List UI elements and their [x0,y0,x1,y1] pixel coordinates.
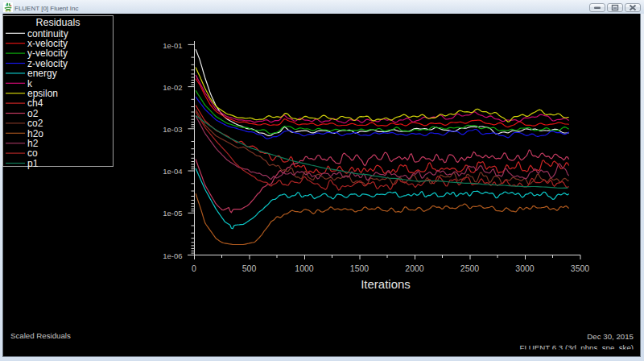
svg-text:Iterations: Iterations [361,277,411,291]
svg-text:3500: 3500 [571,263,590,273]
svg-text:p1: p1 [27,158,39,169]
svg-text:FLUENT 6.3 (3d, pbns, spe, ske: FLUENT 6.3 (3d, pbns, spe, ske) [520,343,634,352]
svg-text:1e-01: 1e-01 [163,41,182,50]
svg-text:1e-05: 1e-05 [163,209,182,218]
svg-text:1e-04: 1e-04 [163,167,182,176]
svg-text:1e-06: 1e-06 [163,251,182,260]
svg-text:2000: 2000 [405,263,424,273]
svg-text:0: 0 [192,263,196,273]
svg-text:Scaled Residuals: Scaled Residuals [10,331,71,340]
svg-text:3000: 3000 [515,263,535,273]
svg-text:500: 500 [242,263,257,273]
svg-text:1e-03: 1e-03 [163,125,182,134]
svg-text:Dec 30, 2015: Dec 30, 2015 [587,332,634,341]
svg-text:Residuals: Residuals [36,17,80,28]
svg-text:1500: 1500 [350,263,369,273]
svg-text:2500: 2500 [460,263,480,273]
svg-text:1000: 1000 [295,263,314,273]
svg-text:1e-02: 1e-02 [163,83,182,92]
